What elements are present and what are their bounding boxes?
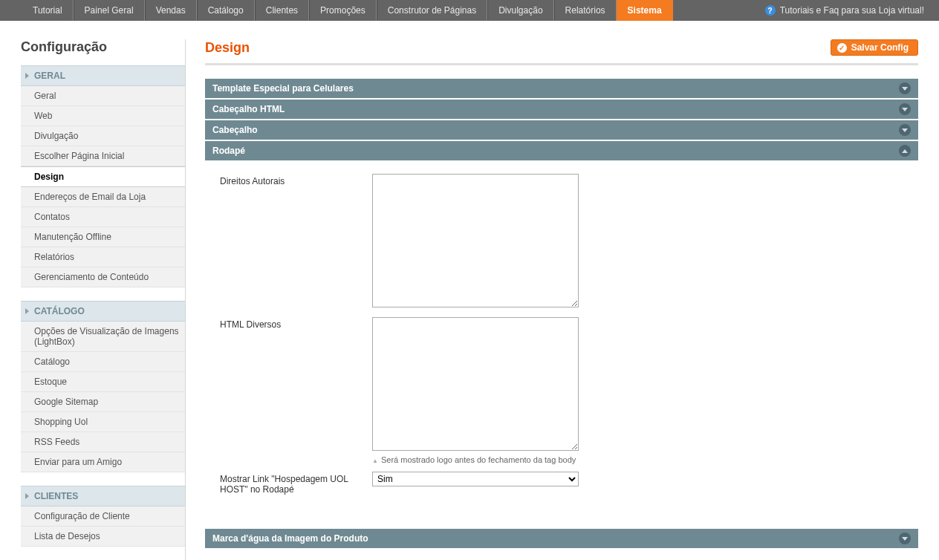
sidebar-item-lightbox[interactable]: Opções de Visualização de Imagens (Light…: [21, 322, 185, 352]
content: Design ✓ Salvar Config Template Especial…: [186, 39, 918, 560]
section-title: Marca d'água da Imagem do Produto: [212, 533, 368, 544]
sidebar-item-relatorios[interactable]: Relatórios: [21, 247, 185, 267]
sidebar-item-estoque[interactable]: Estoque: [21, 372, 185, 392]
sidebar-item-manutencao[interactable]: Manutenção Offline: [21, 227, 185, 247]
help-label: Tutoriais e Faq para sua Loja virtual!: [780, 5, 924, 16]
sidebar-item-enderecos-email[interactable]: Endereços de Email da Loja: [21, 187, 185, 207]
sidebar-item-contatos[interactable]: Contatos: [21, 207, 185, 227]
section-header-marca-dagua[interactable]: Marca d'água da Imagem do Produto: [205, 529, 918, 548]
sidebar-item-web[interactable]: Web: [21, 106, 185, 126]
section-template-celulares: Template Especial para Celulares: [205, 79, 918, 98]
section-title: Cabeçalho HTML: [212, 104, 285, 114]
section-cabecalho-html: Cabeçalho HTML: [205, 100, 918, 119]
section-title: Template Especial para Celulares: [212, 83, 354, 94]
section-marca-dagua: Marca d'água da Imagem do Produto: [205, 529, 918, 548]
textarea-html-diversos[interactable]: [372, 317, 579, 451]
save-config-button[interactable]: ✓ Salvar Config: [831, 39, 918, 56]
chevron-down-icon: [899, 124, 911, 136]
section-header-cabecalho[interactable]: Cabeçalho: [205, 120, 918, 140]
sidebar-item-shopping-uol[interactable]: Shopping Uol: [21, 412, 185, 432]
label-html-diversos: HTML Diversos: [220, 317, 372, 330]
sidebar-title: Configuração: [21, 39, 185, 55]
sidebar-section-clientes[interactable]: CLIENTES: [21, 486, 185, 507]
select-mostrar-link-uol[interactable]: Sim: [372, 472, 579, 486]
nav-catalogo[interactable]: Catálogo: [197, 0, 255, 21]
section-header-template-celulares[interactable]: Template Especial para Celulares: [205, 79, 918, 98]
nav-divulgacao[interactable]: Divulgação: [487, 0, 553, 21]
nav-promocoes[interactable]: Promoções: [309, 0, 377, 21]
sidebar-item-rss[interactable]: RSS Feeds: [21, 432, 185, 452]
sidebar-item-escolher-pagina[interactable]: Escolher Página Inicial: [21, 146, 185, 166]
nav-sistema[interactable]: Sistema: [617, 0, 673, 21]
sidebar-item-config-cliente[interactable]: Configuração de Cliente: [21, 507, 185, 527]
label-mostrar-link-uol: Mostrar Link "Hospedagem UOL HOST" no Ro…: [220, 472, 372, 495]
nav-relatorios[interactable]: Relatórios: [554, 0, 617, 21]
sidebar-item-gerenciamento[interactable]: Gerenciamento de Conteúdo: [21, 267, 185, 287]
sidebar-item-design[interactable]: Design: [21, 166, 185, 187]
section-rodape: Rodapé Direitos Autorais HTML Diversos S…: [205, 141, 918, 518]
sidebar: Configuração GERAL Geral Web Divulgação …: [21, 39, 186, 560]
note-html-diversos: Será mostrado logo antes do fechamento d…: [372, 455, 579, 464]
sidebar-item-google-sitemap[interactable]: Google Sitemap: [21, 392, 185, 412]
chevron-down-icon: [899, 82, 911, 94]
top-nav: Tutorial Painel Geral Vendas Catálogo Cl…: [0, 0, 939, 21]
nav-tutorial[interactable]: Tutorial: [22, 0, 74, 21]
help-icon: ?: [765, 5, 776, 16]
header-divider: [205, 63, 918, 65]
sidebar-item-enviar-amigo[interactable]: Enviar para um Amigo: [21, 452, 185, 472]
nav-painel-geral[interactable]: Painel Geral: [74, 0, 145, 21]
nav-clientes[interactable]: Clientes: [255, 0, 309, 21]
help-link[interactable]: ? Tutoriais e Faq para sua Loja virtual!: [750, 0, 939, 21]
sidebar-item-lista-desejos[interactable]: Lista de Desejos: [21, 527, 185, 547]
section-header-rodape[interactable]: Rodapé: [205, 141, 918, 160]
nav-construtor[interactable]: Construtor de Páginas: [377, 0, 487, 21]
sidebar-section-geral[interactable]: GERAL: [21, 65, 185, 86]
sidebar-item-divulgacao[interactable]: Divulgação: [21, 126, 185, 146]
sidebar-item-catalogo[interactable]: Catálogo: [21, 352, 185, 372]
chevron-down-icon: [899, 103, 911, 115]
chevron-up-icon: [899, 145, 911, 157]
section-header-cabecalho-html[interactable]: Cabeçalho HTML: [205, 100, 918, 119]
section-title: Cabeçalho: [212, 125, 258, 135]
sidebar-item-geral[interactable]: Geral: [21, 86, 185, 106]
check-icon: ✓: [837, 43, 847, 53]
section-cabecalho: Cabeçalho: [205, 120, 918, 140]
label-direitos-autorais: Direitos Autorais: [220, 174, 372, 186]
textarea-direitos-autorais[interactable]: [372, 174, 579, 307]
sidebar-section-catalogo[interactable]: CATÁLOGO: [21, 301, 185, 322]
save-config-label: Salvar Config: [851, 42, 909, 53]
page-title: Design: [205, 40, 250, 56]
nav-vendas[interactable]: Vendas: [145, 0, 197, 21]
chevron-down-icon: [899, 533, 911, 544]
section-title: Rodapé: [212, 146, 245, 156]
